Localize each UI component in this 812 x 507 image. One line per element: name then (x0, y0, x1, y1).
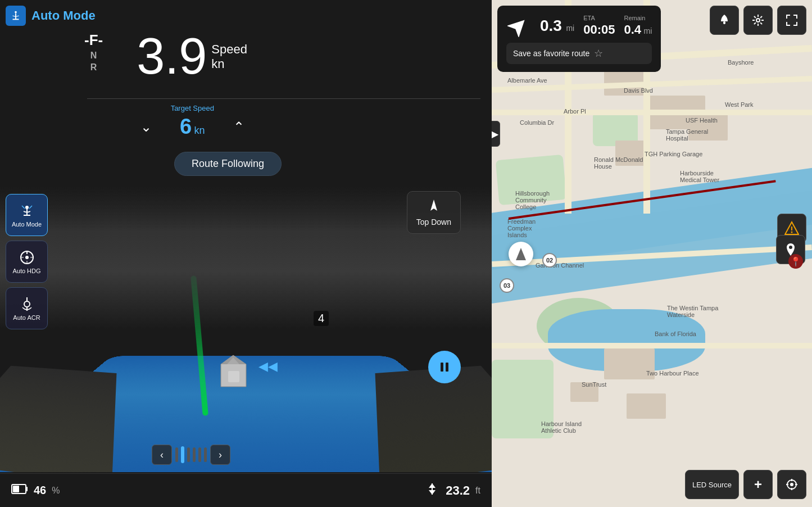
building-7 (604, 348, 655, 379)
notification-icon (718, 13, 731, 27)
star-icon: ☆ (594, 47, 603, 60)
header: Auto Mode (6, 6, 96, 26)
waypoint-03: 03 (500, 278, 514, 293)
battery-icon (11, 483, 28, 499)
zoom-in-button[interactable]: + (743, 470, 773, 499)
shore-right (375, 366, 492, 472)
pause-icon (438, 361, 451, 373)
nav-eta-block: ETA 00:05 (583, 15, 615, 37)
fullscreen-button[interactable] (777, 6, 806, 35)
bottom-bar: 46 % 23.2 ft (0, 473, 492, 507)
carousel-next-button[interactable]: › (210, 445, 230, 465)
nav-turn-icon (506, 13, 531, 38)
svg-marker-27 (429, 483, 436, 488)
increase-speed-button[interactable]: ⌃ (233, 119, 244, 135)
nav-distance-value: 0.3 (540, 17, 562, 34)
carousel-dot (193, 447, 196, 462)
panel-expand-toggle[interactable]: ◀▶ (492, 121, 500, 147)
park-area-1 (496, 155, 567, 205)
target-speed-value: 6 (180, 115, 192, 138)
endpoint-marker: 📍 (788, 254, 803, 269)
boat-icon (214, 354, 253, 388)
nav-info-card: 0.3 mi ETA 00:05 Remain 0.4 mi Save as f… (497, 6, 661, 72)
building-8 (570, 382, 598, 402)
carousel-dots (175, 446, 207, 463)
battery-section: 46 % (11, 483, 60, 499)
sidebar-item-auto-acr[interactable]: Auto ACR (6, 287, 48, 329)
eta-label: ETA (583, 15, 615, 21)
carousel-prev-button[interactable]: ‹ (152, 445, 172, 465)
fuel-n: N (90, 50, 97, 62)
svg-point-7 (25, 206, 29, 209)
svg-marker-28 (507, 15, 530, 37)
map-boat-marker (509, 242, 533, 266)
nav-remain-block: Remain 0.4 mi (624, 15, 652, 37)
locate-icon (786, 478, 798, 491)
app-title: Auto Mode (31, 8, 96, 23)
nav-card-top: 0.3 mi ETA 00:05 Remain 0.4 mi (506, 13, 652, 38)
carousel-dot (175, 447, 178, 462)
sound-icon: ◀◀ (258, 359, 278, 374)
sidebar-item-auto-mode[interactable]: Auto Mode (6, 194, 48, 236)
battery-unit: % (52, 486, 60, 496)
map-control-row-1 (710, 6, 806, 35)
battery-percentage: 46 (34, 484, 46, 497)
waypoint-02: 02 (542, 253, 557, 268)
fuel-gauge: -F- N R (84, 31, 103, 73)
route-following-button[interactable]: Route Following (174, 152, 282, 176)
svg-point-16 (24, 301, 30, 307)
fullscreen-icon (785, 13, 799, 27)
zoom-in-icon: + (754, 477, 762, 492)
svg-point-30 (756, 19, 760, 22)
locate-button[interactable] (777, 470, 806, 499)
settings-button[interactable] (743, 6, 773, 35)
alert-icon (784, 221, 799, 236)
depth-channel-marker: 4 (314, 311, 329, 326)
depth-section: 23.2 ft (424, 482, 480, 499)
divider (87, 98, 480, 99)
svg-marker-26 (429, 490, 436, 495)
map-top-controls (710, 6, 806, 35)
carousel-dot-active (181, 446, 184, 463)
notification-button[interactable] (710, 6, 739, 35)
svg-point-0 (15, 11, 17, 13)
speed-unit: kn (211, 57, 224, 71)
carousel-controls: ‹ › (152, 445, 230, 465)
sidebar-label-auto-hdg: Auto HDG (12, 268, 40, 274)
svg-point-36 (790, 483, 793, 486)
nav-dist-block: 0.3 mi (540, 17, 574, 35)
led-source-button[interactable]: LED Source (685, 470, 739, 499)
right-panel: Adalia Ave Aegean Ave Albemarle Ave Davi… (492, 0, 812, 507)
sidebar-label-auto-mode: Auto Mode (12, 221, 42, 228)
sidebar-item-auto-hdg[interactable]: Auto HDG (6, 241, 48, 283)
depth-icon (424, 482, 440, 499)
road-5 (492, 343, 812, 348)
svg-rect-5 (228, 371, 239, 382)
boat-arrow-icon (516, 248, 526, 260)
svg-marker-19 (430, 200, 437, 211)
carousel-dot (187, 447, 190, 462)
remain-label: Remain (624, 15, 652, 21)
road-3 (492, 110, 812, 115)
park-area-4 (492, 360, 554, 438)
speed-label: Speed (211, 42, 247, 57)
led-source-label: LED Source (692, 481, 732, 489)
instruments-area: -F- N R 3.9 Speed kn (84, 31, 247, 82)
top-down-button[interactable]: Top Down (407, 191, 461, 234)
sidebar-label-auto-acr: Auto ACR (13, 314, 40, 321)
svg-rect-24 (13, 486, 19, 492)
compass-arrow-icon (426, 198, 442, 214)
pause-button[interactable] (428, 351, 461, 383)
remain-unit: mi (644, 26, 652, 35)
svg-point-11 (25, 256, 29, 259)
speed-display: 3.9 Speed kn (137, 31, 247, 82)
decrease-speed-button[interactable]: ⌄ (140, 119, 152, 135)
speed-value: 3.9 (137, 31, 207, 82)
carousel-dot (204, 447, 207, 462)
svg-point-34 (789, 246, 792, 249)
depth-value: 23.2 (446, 483, 470, 498)
favorite-route-button[interactable]: Save as favorite route ☆ (513, 47, 603, 60)
target-speed-unit: kn (194, 125, 205, 136)
favorite-label: Save as favorite route (513, 49, 589, 58)
nav-distance-unit: mi (566, 24, 574, 33)
